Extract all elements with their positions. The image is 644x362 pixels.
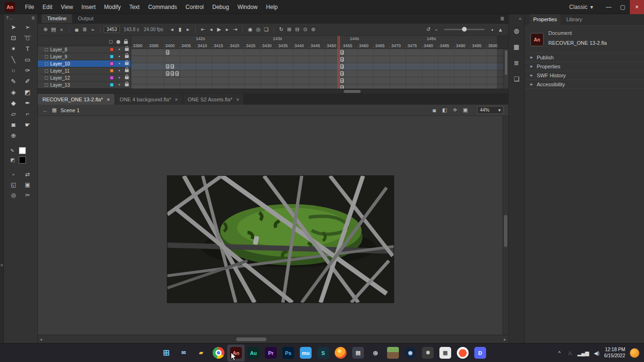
doc-tab[interactable]: RECOVER_ONE 13-2.fla*× — [38, 94, 115, 105]
delete-layer-icon[interactable]: × — [58, 25, 66, 34]
ink-bottle-tool[interactable]: ◆ — [7, 98, 21, 108]
outline-column-icon[interactable]: ▢ — [107, 39, 115, 44]
layer-frames-row[interactable] — [131, 63, 508, 70]
oval-tool[interactable]: ○ — [7, 65, 21, 76]
layer-row-layer-12[interactable]: ▢Layer_12• — [38, 74, 131, 82]
stage-vertical-scrollbar[interactable] — [503, 116, 508, 335]
layer-row-layer-8[interactable]: ▢Layer_8• — [38, 46, 131, 53]
insert-blank-keyframe-icon[interactable]: ⊚ — [309, 25, 317, 34]
rectangle-mode-icon[interactable]: ▣ — [21, 180, 35, 190]
menu-edit[interactable]: Edit — [38, 0, 57, 14]
center-stage-icon[interactable]: ✛ — [450, 106, 460, 115]
scrollbar-thumb[interactable] — [504, 215, 507, 247]
magic-wand-tool[interactable]: ✶ — [7, 43, 21, 54]
step-forward-icon[interactable]: ▸ — [184, 25, 192, 34]
timeline-panel-menu-icon[interactable]: ≣ — [500, 16, 504, 22]
menu-modify[interactable]: Modify — [100, 0, 125, 14]
timeline-zoom-in-icon[interactable]: ▪ — [488, 25, 496, 34]
doc-tab-close-icon[interactable]: × — [236, 97, 239, 102]
scene-name[interactable]: Scene 1 — [60, 107, 79, 113]
onion-outlines-icon[interactable]: ◎ — [254, 25, 262, 34]
layer-outline-chip[interactable] — [110, 55, 114, 58]
scrollbar-thumb[interactable] — [236, 337, 266, 341]
menu-help[interactable]: Help — [262, 0, 282, 14]
chrome-icon[interactable] — [210, 345, 227, 362]
notes-app-icon[interactable]: ▤ — [349, 345, 367, 362]
menu-view[interactable]: View — [57, 0, 77, 14]
insert-keyframe-icon[interactable]: ⊙ — [301, 25, 309, 34]
volume-icon[interactable]: ◀) — [594, 348, 599, 358]
layer-row-layer-10[interactable]: ▢Layer_10• — [38, 60, 131, 67]
line-tool[interactable]: ╲ — [7, 54, 21, 65]
layer-outline-chip[interactable] — [110, 69, 114, 73]
eraser-tool[interactable]: ▱ — [7, 108, 21, 119]
properties-tabs-properties[interactable]: Properties — [529, 14, 561, 25]
play-icon[interactable]: ▶ — [215, 25, 223, 34]
onion-skin-icon[interactable]: ◉ — [246, 25, 254, 34]
loop-icon[interactable]: ↻ — [277, 25, 285, 34]
back-arrow-icon[interactable]: ← — [42, 107, 48, 114]
frame-rate-field[interactable]: 24.00 fps — [144, 27, 163, 32]
frame-view-icon[interactable]: ▲ — [496, 25, 504, 34]
fill-background-icon[interactable]: ◧ — [439, 106, 450, 115]
layer-lock-button[interactable] — [123, 69, 131, 72]
menu-commands[interactable]: Commands — [144, 0, 181, 14]
collapsed-panel-edge[interactable]: S — [0, 14, 4, 343]
section-publish[interactable]: ▶Publish — [525, 53, 644, 62]
selection-tool[interactable]: ➤ — [7, 22, 21, 33]
layer-parenting-icon[interactable]: ≣ — [81, 25, 89, 34]
scissors-icon[interactable]: ✂ — [21, 190, 35, 200]
layer-outline-chip[interactable] — [110, 76, 114, 80]
current-frame-field[interactable]: 3453 — [104, 26, 120, 33]
timeline-zoom-slider[interactable] — [444, 29, 485, 30]
edit-multiple-frames-icon[interactable]: ❏ — [262, 25, 270, 34]
scrollbar-thumb[interactable] — [505, 50, 507, 75]
section-swf-history[interactable]: ▶SWF History — [525, 71, 644, 80]
stroke-color-swatch[interactable] — [19, 147, 26, 154]
add-camera-icon[interactable]: ◙ — [73, 25, 81, 34]
fill-color-swatch[interactable] — [19, 156, 26, 164]
layer-visibility-dot[interactable]: • — [116, 47, 123, 52]
discord-app-icon[interactable]: D — [471, 345, 489, 362]
streamlabs-app-icon[interactable]: S — [314, 345, 332, 362]
brave-app-icon[interactable] — [454, 345, 471, 362]
timeline-horizontal-scrollbar[interactable] — [38, 89, 508, 93]
last-frame-icon[interactable]: ⇥ — [231, 25, 239, 34]
scroll-left-icon[interactable]: ◂ — [38, 337, 44, 342]
layer-visibility-dot[interactable]: • — [116, 68, 123, 73]
timeline-tabs-output[interactable]: Output — [72, 14, 99, 23]
photoshop-app-icon[interactable]: Ps — [280, 345, 297, 362]
animate-app-icon[interactable]: An — [227, 345, 245, 362]
stage-horizontal-scrollbar[interactable]: ◂ ▸ — [38, 335, 508, 343]
new-folder-icon[interactable]: ▤ — [50, 25, 58, 34]
menu-insert[interactable]: Insert — [77, 0, 100, 14]
collapse-panels-icon[interactable]: « — [519, 16, 521, 21]
file-explorer-icon[interactable]: ▰ — [192, 345, 210, 362]
new-layer-icon[interactable]: ⊕ — [41, 25, 50, 34]
paint-brush-tool[interactable]: ✐ — [21, 76, 35, 87]
layer-lock-button[interactable] — [123, 55, 131, 58]
pause-icon[interactable]: ▮ — [176, 25, 184, 34]
layer-visibility-dot[interactable]: • — [116, 61, 123, 66]
menu-file[interactable]: File — [21, 0, 38, 14]
free-transform-tool[interactable]: ⊡ — [7, 33, 21, 43]
layer-frames-row[interactable] — [131, 84, 508, 89]
zoom-tool[interactable]: ⊕ — [7, 130, 21, 141]
transform-panel-icon[interactable]: ≣ — [511, 58, 522, 68]
playhead[interactable] — [338, 36, 340, 89]
rectangle-tool[interactable]: ▭ — [21, 54, 35, 65]
eyedropper-tool[interactable]: ✒ — [21, 98, 35, 108]
maximize-button[interactable]: ▢ — [616, 0, 630, 14]
graph-editor-icon[interactable]: ≈ — [89, 25, 97, 34]
audition-app-icon[interactable]: Au — [245, 345, 262, 362]
doc-tab[interactable]: ONE 4 backgound.fla*× — [115, 94, 183, 105]
default-colors-icon[interactable]: ▫ — [7, 169, 21, 180]
doc-tab-close-icon[interactable]: × — [107, 97, 109, 102]
premiere-app-icon[interactable]: Pr — [262, 345, 280, 362]
hand-tool[interactable]: ☛ — [21, 119, 35, 130]
layer-row-layer-11[interactable]: ▢Layer_11• — [38, 67, 131, 74]
layer-lock-button[interactable] — [123, 62, 131, 65]
network-icon[interactable]: ▂▄▆ — [578, 348, 589, 358]
cc-libraries-icon[interactable]: ◍ — [511, 25, 522, 36]
section-properties[interactable]: ▶Properties — [525, 62, 644, 71]
